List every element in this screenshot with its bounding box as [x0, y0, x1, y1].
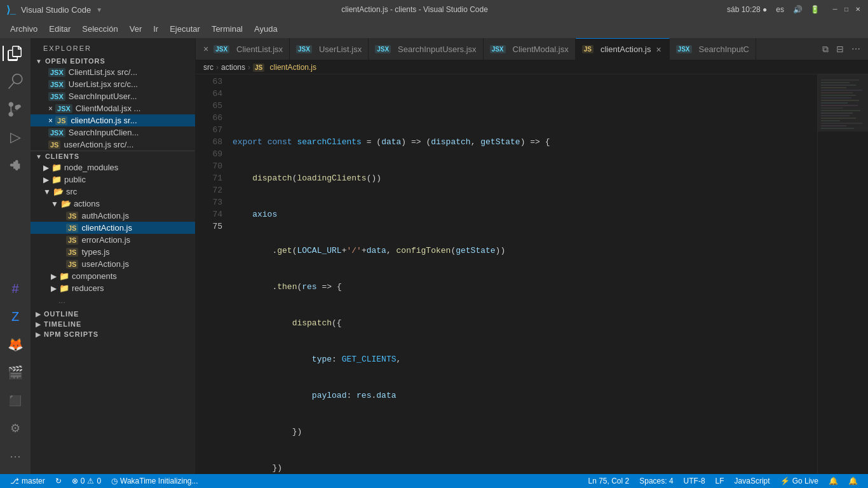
timeline-section[interactable]: ▶ TIMELINE — [31, 319, 195, 329]
tree-reducers[interactable]: ▶ 📁 reducers — [31, 282, 195, 294]
more-actions-btn[interactable]: ⋯ — [849, 41, 863, 57]
tree-src[interactable]: ▼ 📂 src — [31, 186, 195, 198]
close-clientmodal-btn[interactable]: × — [48, 104, 53, 113]
menu-view[interactable]: Ver — [125, 22, 147, 36]
activity-slack[interactable]: # — [3, 276, 28, 301]
status-position[interactable]: Ln 75, Col 2 — [583, 474, 635, 488]
js-icon: JS — [66, 236, 78, 245]
tree-node-modules[interactable]: ▶ 📁 node_modules — [31, 161, 195, 173]
restore-button[interactable]: □ — [843, 6, 850, 13]
open-editor-useraction[interactable]: JS userAction.js src/... — [31, 139, 195, 151]
close-clientaction-btn[interactable]: × — [48, 116, 53, 125]
editor-area: × JSX ClientList.jsx JSX UserList.jsx JS… — [196, 38, 868, 474]
menu-file[interactable]: Archivo — [5, 22, 43, 36]
tab-searchinputc[interactable]: JSX SearchInputC — [670, 38, 756, 60]
activity-explorer[interactable] — [3, 41, 28, 66]
menu-run[interactable]: Ejecutar — [165, 22, 205, 36]
tree-public[interactable]: ▶ 📁 public — [31, 173, 195, 186]
folder-open-icon: 📂 — [61, 199, 71, 208]
activity-terminal-icon[interactable]: ⬛ — [3, 388, 28, 413]
js-icon: JS — [55, 116, 67, 125]
clients-section[interactable]: ▼ CLIENTS — [31, 151, 195, 161]
activity-settings[interactable]: ⚙ — [3, 416, 28, 441]
code-line-72: }) — [227, 426, 817, 438]
code-line-69: dispatch({ — [227, 317, 817, 329]
code-line-65: dispatch(loadingClients()) — [227, 172, 817, 184]
activity-run-debug[interactable]: ▷ — [3, 125, 28, 150]
open-editor-searchinputuser[interactable]: JSX SearchInputUser... — [31, 90, 195, 102]
open-editor-clientmodal[interactable]: × JSX ClientModal.jsx ... — [31, 102, 195, 114]
tabs-bar: × JSX ClientList.jsx JSX UserList.jsx JS… — [196, 38, 868, 60]
minimize-button[interactable]: ─ — [831, 6, 839, 13]
split-editor-btn[interactable]: ⧉ — [820, 41, 831, 57]
git-branch-icon: ⎇ — [10, 477, 19, 485]
status-branch[interactable]: ⎇ master — [5, 474, 50, 488]
tree-authaction[interactable]: JS authAction.js — [31, 210, 195, 222]
status-sync[interactable]: ↻ — [50, 474, 67, 488]
activity-other1[interactable]: 🎬 — [3, 360, 28, 385]
line-numbers: 63 64 65 66 67 68 69 70 71 72 73 74 75 — [196, 74, 227, 474]
tab-userlist[interactable]: JSX UserList.jsx — [290, 38, 369, 60]
menu-edit[interactable]: Editar — [44, 22, 76, 36]
menu-selection[interactable]: Selección — [77, 22, 123, 36]
jsx-icon: JSX — [48, 80, 65, 89]
menu-terminal[interactable]: Terminal — [207, 22, 248, 36]
status-bar: ⎇ master ↻ ⊗ 0 ⚠ 0 ◷ WakaTime Initializi… — [0, 474, 868, 488]
activity-bar: ▷ # Z 🦊 🎬 ⬛ ⚙ ⋯ — [0, 38, 31, 474]
tree-types[interactable]: JS types.js — [31, 246, 195, 258]
open-editors-section[interactable]: ▼ OPEN EDITORS — [31, 56, 195, 66]
tree-useraction[interactable]: JS userAction.js — [31, 258, 195, 270]
activity-dots[interactable]: ⋯ — [3, 444, 28, 469]
breadcrumb-src[interactable]: src — [203, 63, 214, 72]
code-content[interactable]: export const searchClients = (data) => (… — [227, 74, 817, 474]
activity-zoom[interactable]: Z — [3, 304, 28, 329]
tree-components[interactable]: ▶ 📁 components — [31, 270, 195, 282]
status-bell[interactable]: 🔔 — [843, 474, 863, 488]
breadcrumb-actions[interactable]: actions — [221, 63, 245, 72]
menu-help[interactable]: Ayuda — [249, 22, 283, 36]
status-eol[interactable]: LF — [710, 474, 729, 488]
outline-section[interactable]: ▶ OUTLINE — [31, 309, 195, 319]
minimap — [817, 74, 868, 474]
npm-scripts-section[interactable]: ▶ NPM SCRIPTS — [31, 329, 195, 339]
tab-clientaction[interactable]: JS clientAction.js × — [576, 38, 670, 60]
layout-btn[interactable]: ⊟ — [834, 41, 846, 57]
tab-searchinputusers[interactable]: JSX SearchInputUsers.jsx — [369, 38, 483, 60]
status-liveshare[interactable]: ⚡ Go Live — [775, 474, 824, 488]
status-language[interactable]: JavaScript — [729, 474, 775, 488]
tree-clientaction[interactable]: JS clientAction.js — [31, 222, 195, 234]
tree-erroraction[interactable]: JS errorAction.js — [31, 234, 195, 246]
open-editor-searchinputclien[interactable]: JSX SearchInputClien... — [31, 126, 195, 139]
folder-icon-sym: 📁 — [59, 283, 69, 293]
status-wakatime[interactable]: ◷ WakaTime Initializing... — [106, 474, 203, 488]
tab-clientlist[interactable]: × JSX ClientList.jsx — [196, 38, 290, 60]
chevron-right-icon: ▶ — [43, 163, 49, 172]
chevron-right-icon: ▶ — [43, 175, 49, 184]
activity-extensions[interactable] — [3, 152, 28, 178]
status-feedback[interactable]: 🔔 — [824, 474, 843, 488]
open-editor-userlist[interactable]: JSX UserList.jsx src/c... — [31, 78, 195, 90]
tree-actions[interactable]: ▼ 📂 actions — [31, 198, 195, 210]
tab-label-clientaction: clientAction.js — [600, 44, 651, 54]
js-icon: JS — [48, 140, 60, 149]
status-errors[interactable]: ⊗ 0 ⚠ 0 — [67, 474, 106, 488]
open-editor-clientlist[interactable]: JSX ClientList.jsx src/... × — [31, 66, 195, 78]
tab-close-clientlist[interactable]: × — [202, 43, 210, 55]
open-editor-clientaction[interactable]: × JS clientAction.js sr... — [31, 114, 195, 126]
tab-label-searchinputc: SearchInputC — [699, 44, 750, 54]
activity-source-control[interactable] — [3, 97, 28, 122]
activity-bar-bottom: # Z 🦊 🎬 ⬛ ⚙ ⋯ — [3, 276, 28, 474]
tab-close-clientaction[interactable]: × — [654, 43, 662, 56]
close-button[interactable]: ✕ — [854, 6, 862, 13]
chevron-right-icon: ▶ — [51, 272, 57, 281]
main-content: ▷ # Z 🦊 🎬 ⬛ ⚙ ⋯ EXPLORER ▼ OPEN EDITORS — [0, 38, 868, 474]
app-dropdown-icon[interactable]: ▼ — [96, 6, 102, 13]
menu-go[interactable]: Ir — [148, 22, 163, 36]
status-spaces[interactable]: Spaces: 4 — [634, 474, 678, 488]
status-encoding[interactable]: UTF-8 — [679, 474, 710, 488]
activity-search[interactable] — [3, 69, 28, 94]
jsx-icon-tab: JSX — [676, 45, 692, 53]
tab-clientmodal[interactable]: JSX ClientModal.jsx — [484, 38, 576, 60]
breadcrumb-file[interactable]: JS clientAction.js — [253, 63, 316, 72]
activity-firefox[interactable]: 🦊 — [3, 332, 28, 357]
